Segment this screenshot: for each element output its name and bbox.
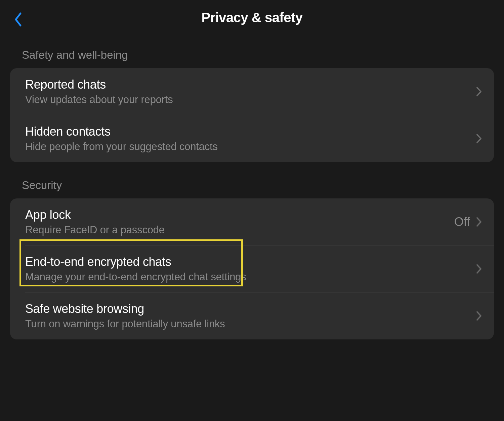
setting-title: App lock bbox=[25, 208, 454, 222]
content: Safety and well-being Reported chats Vie… bbox=[0, 39, 504, 339]
setting-subtitle: Require FaceID or a passcode bbox=[25, 224, 454, 236]
chevron-right-icon bbox=[476, 217, 482, 227]
setting-row-hidden-contacts[interactable]: Hidden contacts Hide people from your su… bbox=[10, 115, 494, 162]
setting-title: Hidden contacts bbox=[25, 125, 476, 139]
setting-value: Off bbox=[454, 215, 470, 229]
setting-subtitle: Turn on warnings for potentially unsafe … bbox=[25, 318, 476, 330]
section-header-safety: Safety and well-being bbox=[10, 39, 494, 68]
page-title: Privacy & safety bbox=[10, 10, 494, 25]
setting-text: Safe website browsing Turn on warnings f… bbox=[25, 302, 476, 330]
chevron-right-icon bbox=[476, 134, 482, 144]
section-group-security: App lock Require FaceID or a passcode Of… bbox=[10, 198, 494, 339]
setting-subtitle: View updates about your reports bbox=[25, 94, 476, 106]
setting-text: End-to-end encrypted chats Manage your e… bbox=[25, 255, 476, 283]
setting-text: Reported chats View updates about your r… bbox=[25, 78, 476, 106]
setting-title: Safe website browsing bbox=[25, 302, 476, 316]
setting-text: App lock Require FaceID or a passcode bbox=[25, 208, 454, 236]
setting-title: Reported chats bbox=[25, 78, 476, 92]
chevron-left-icon bbox=[14, 12, 23, 27]
header: Privacy & safety bbox=[0, 0, 504, 39]
setting-row-end-to-end-encrypted-chats[interactable]: End-to-end encrypted chats Manage your e… bbox=[10, 245, 494, 292]
setting-row-app-lock[interactable]: App lock Require FaceID or a passcode Of… bbox=[10, 198, 494, 245]
setting-row-safe-website-browsing[interactable]: Safe website browsing Turn on warnings f… bbox=[10, 292, 494, 339]
setting-title: End-to-end encrypted chats bbox=[25, 255, 476, 269]
setting-subtitle: Manage your end-to-end encrypted chat se… bbox=[25, 271, 476, 283]
chevron-right-icon bbox=[476, 87, 482, 97]
chevron-right-icon bbox=[476, 311, 482, 321]
chevron-right-icon bbox=[476, 264, 482, 274]
setting-text: Hidden contacts Hide people from your su… bbox=[25, 125, 476, 153]
setting-subtitle: Hide people from your suggested contacts bbox=[25, 141, 476, 153]
section-group-safety: Reported chats View updates about your r… bbox=[10, 68, 494, 162]
section-header-security: Security bbox=[10, 169, 494, 198]
back-button[interactable] bbox=[12, 9, 25, 30]
setting-row-reported-chats[interactable]: Reported chats View updates about your r… bbox=[10, 68, 494, 115]
